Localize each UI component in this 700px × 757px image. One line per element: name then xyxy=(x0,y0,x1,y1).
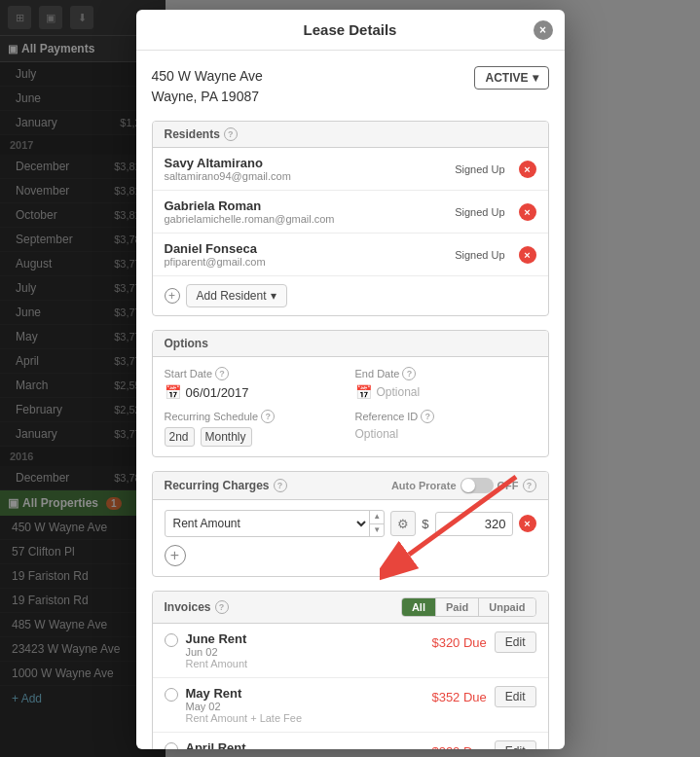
modal-title: Lease Details xyxy=(304,21,397,38)
resident-row-3: Daniel Fonseca pfiparent@gmail.com Signe… xyxy=(153,234,548,276)
add-resident-button[interactable]: Add Resident ▾ xyxy=(186,284,287,307)
resident-status-1: Signed Up xyxy=(455,163,504,175)
invoice-type-2: Rent Amount + Late Fee xyxy=(186,712,303,724)
charge-remove-button[interactable]: × xyxy=(519,515,536,532)
add-charge-button[interactable]: + xyxy=(165,545,186,566)
recurring-day-select[interactable]: 2nd xyxy=(165,427,195,447)
remove-resident-1-button[interactable]: × xyxy=(519,161,536,178)
invoice-left-1: June Rent Jun 02 Rent Amount xyxy=(165,631,248,669)
spinner-down[interactable]: ▼ xyxy=(370,524,384,537)
address-line1: 450 W Wayne Ave xyxy=(152,66,263,87)
add-resident-plus-icon[interactable]: + xyxy=(165,288,180,304)
resident-info-3: Daniel Fonseca pfiparent@gmail.com xyxy=(165,241,266,268)
remove-resident-3-button[interactable]: × xyxy=(519,246,536,264)
charge-settings-button[interactable]: ⚙ xyxy=(390,511,416,536)
invoice-left-3: April Rent Apr 02 Rent Amount xyxy=(165,740,248,749)
tab-paid[interactable]: Paid xyxy=(436,598,479,616)
start-date-value: 📅 06/01/2017 xyxy=(165,384,346,400)
invoice-edit-1-button[interactable]: Edit xyxy=(495,631,536,653)
charge-row-1: Rent Amount ▲ ▼ ⚙ $ × xyxy=(165,510,536,537)
modal-body: 450 W Wayne Ave Wayne, PA 19087 ACTIVE ▾… xyxy=(136,51,565,749)
lease-details-modal: Lease Details × 450 W Wayne Ave Wayne, P… xyxy=(136,10,565,749)
modal-close-button[interactable]: × xyxy=(534,20,553,40)
charge-type-wrapper: Rent Amount ▲ ▼ xyxy=(165,510,386,537)
reference-id-display: Optional xyxy=(355,427,399,441)
invoice-tabs: All Paid Unpaid xyxy=(401,597,536,617)
invoices-help-icon[interactable]: ? xyxy=(215,600,229,614)
end-date-label: End Date xyxy=(355,368,400,379)
invoice-right-2: $352 Due Edit xyxy=(431,686,535,707)
end-date-field: End Date ? 📅 Optional xyxy=(355,367,536,400)
resident-email-3: pfiparent@gmail.com xyxy=(165,256,266,268)
charges-help-icon[interactable]: ? xyxy=(274,479,287,492)
residents-section-label: Residents xyxy=(165,127,220,141)
invoice-date-1: Jun 02 xyxy=(186,646,248,658)
charges-title-bar: Recurring Charges ? Auto Prorate OFF ? xyxy=(153,472,548,500)
invoice-edit-3-button[interactable]: Edit xyxy=(495,740,536,749)
end-date-display: Optional xyxy=(377,385,421,399)
resident-status-3: Signed Up xyxy=(455,249,504,261)
invoices-section-label: Invoices xyxy=(165,600,211,614)
remove-resident-2-button[interactable]: × xyxy=(519,203,536,221)
invoice-radio-2[interactable] xyxy=(165,688,178,702)
invoice-list: June Rent Jun 02 Rent Amount $320 Due Ed… xyxy=(153,624,548,749)
start-date-help-icon[interactable]: ? xyxy=(215,367,229,380)
reference-id-help-icon[interactable]: ? xyxy=(421,410,434,423)
status-label: ACTIVE xyxy=(485,71,528,85)
resident-name-3: Daniel Fonseca xyxy=(165,241,266,256)
resident-row-2: Gabriela Roman gabrielamichelle.roman@gm… xyxy=(153,191,548,234)
add-resident-chevron-icon: ▾ xyxy=(271,289,276,303)
calendar-icon: 📅 xyxy=(165,384,181,400)
spinner-up[interactable]: ▲ xyxy=(370,511,384,524)
reference-id-label: Reference ID xyxy=(355,411,419,422)
charge-spinner: ▲ ▼ xyxy=(369,511,384,536)
modal-overlay: Lease Details × 450 W Wayne Ave Wayne, P… xyxy=(0,0,700,757)
status-badge[interactable]: ACTIVE ▾ xyxy=(474,66,548,90)
resident-name-2: Gabriela Roman xyxy=(165,198,335,213)
invoice-radio-1[interactable] xyxy=(165,633,178,647)
invoice-left-2: May Rent May 02 Rent Amount + Late Fee xyxy=(165,686,303,724)
auto-prorate-help-icon[interactable]: ? xyxy=(523,479,536,492)
charge-type-select[interactable]: Rent Amount xyxy=(166,512,370,535)
dollar-sign: $ xyxy=(422,517,428,531)
options-section: Options Start Date ? 📅 06/01/2017 xyxy=(152,330,549,457)
invoice-row-3: April Rent Apr 02 Rent Amount $320 Due E… xyxy=(153,733,548,749)
invoice-name-1: June Rent xyxy=(186,631,248,646)
invoice-row-2: May Rent May 02 Rent Amount + Late Fee $… xyxy=(153,678,548,733)
add-resident-row: + Add Resident ▾ xyxy=(153,276,548,315)
invoices-title-bar: Invoices ? All Paid Unpaid xyxy=(153,592,548,624)
invoice-date-2: May 02 xyxy=(186,701,303,712)
invoice-row-1: June Rent Jun 02 Rent Amount $320 Due Ed… xyxy=(153,624,548,678)
address-row: 450 W Wayne Ave Wayne, PA 19087 ACTIVE ▾ xyxy=(152,66,549,107)
auto-prorate-toggle[interactable] xyxy=(461,478,494,493)
reference-id-value: Optional xyxy=(355,427,536,441)
charges-body: Rent Amount ▲ ▼ ⚙ $ × + xyxy=(153,500,548,576)
recurring-frequency-select[interactable]: Monthly xyxy=(201,427,252,447)
recurring-schedule-field: Recurring Schedule ? 2nd Monthly xyxy=(165,410,346,447)
tab-unpaid[interactable]: Unpaid xyxy=(479,598,534,616)
reference-id-field: Reference ID ? Optional xyxy=(355,410,536,447)
start-date-label: Start Date xyxy=(165,368,213,379)
invoice-name-3: April Rent xyxy=(186,740,248,749)
residents-help-icon[interactable]: ? xyxy=(224,127,238,141)
end-date-help-icon[interactable]: ? xyxy=(402,367,416,380)
residents-title-bar: Residents ? xyxy=(153,122,548,148)
recurring-charges-label: Recurring Charges xyxy=(165,479,270,492)
resident-status-2: Signed Up xyxy=(455,206,504,218)
charge-amount-input[interactable] xyxy=(435,512,513,536)
invoice-right-1: $320 Due Edit xyxy=(431,631,535,653)
residents-section: Residents ? Savy Altamirano saltamirano9… xyxy=(152,121,549,316)
options-title-bar: Options xyxy=(153,331,548,357)
recurring-selects: 2nd Monthly xyxy=(165,427,346,447)
resident-info-1: Savy Altamirano saltamirano94@gmail.com xyxy=(165,156,291,182)
invoice-edit-2-button[interactable]: Edit xyxy=(495,686,536,707)
recurring-schedule-help-icon[interactable]: ? xyxy=(261,410,275,423)
invoice-type-1: Rent Amount xyxy=(186,658,248,669)
resident-row-1: Savy Altamirano saltamirano94@gmail.com … xyxy=(153,148,548,191)
options-grid: Start Date ? 📅 06/01/2017 End Date ? xyxy=(153,357,548,456)
end-date-value: 📅 Optional xyxy=(355,384,536,400)
invoice-radio-3[interactable] xyxy=(165,742,178,749)
invoice-right-3: $320 Due Edit xyxy=(431,740,535,749)
tab-all[interactable]: All xyxy=(402,598,436,616)
recurring-charges-section: Recurring Charges ? Auto Prorate OFF ? xyxy=(152,471,549,577)
